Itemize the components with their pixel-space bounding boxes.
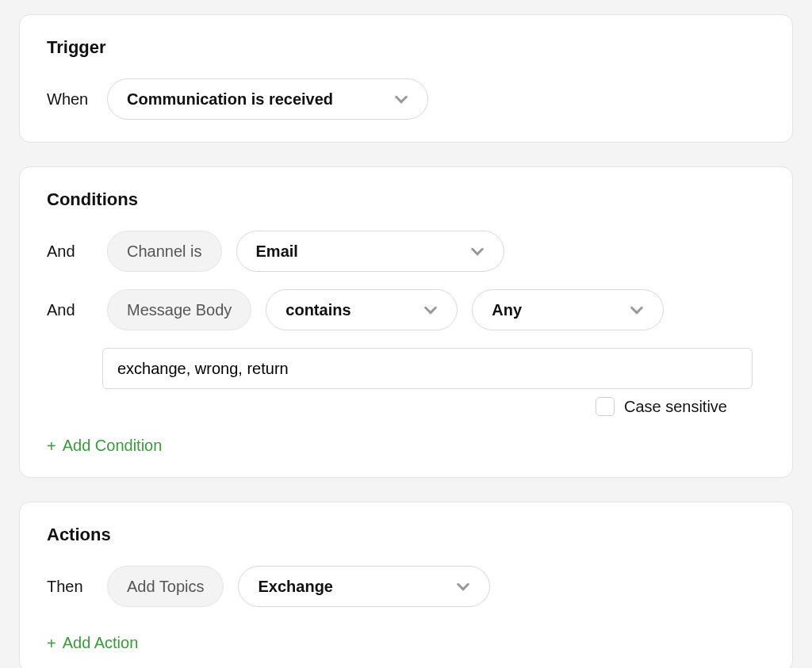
- channel-select[interactable]: Email: [236, 231, 504, 272]
- action-row: Then Add Topics Exchange: [47, 566, 765, 607]
- chevron-down-icon: [470, 247, 485, 256]
- then-label: Then: [47, 578, 93, 596]
- trigger-row: When Communication is received: [47, 78, 765, 120]
- action-tag-addtopics[interactable]: Add Topics: [107, 566, 224, 607]
- chevron-down-icon: [394, 95, 408, 104]
- chevron-down-icon: [423, 306, 438, 315]
- condition-tag-channel[interactable]: Channel is: [107, 231, 222, 272]
- trigger-select[interactable]: Communication is received: [107, 78, 428, 120]
- and-label: And: [47, 242, 93, 261]
- operator-select[interactable]: contains: [266, 289, 458, 330]
- trigger-select-value: Communication is received: [127, 90, 333, 109]
- conditions-card: Conditions And Channel is Email And Mess…: [19, 166, 793, 478]
- trigger-title: Trigger: [47, 37, 765, 58]
- conditions-title: Conditions: [47, 189, 765, 210]
- actions-title: Actions: [47, 525, 765, 545]
- case-sensitive-checkbox[interactable]: [596, 397, 615, 416]
- and-label: And: [47, 301, 93, 319]
- plus-icon: +: [47, 438, 56, 454]
- mode-select-value: Any: [492, 301, 522, 319]
- chevron-down-icon: [630, 306, 644, 315]
- keywords-input-row: [47, 348, 765, 389]
- when-label: When: [47, 90, 93, 109]
- plus-icon: +: [47, 636, 56, 651]
- topic-select[interactable]: Exchange: [238, 566, 490, 607]
- actions-card: Actions Then Add Topics Exchange + Add A…: [19, 502, 793, 668]
- chevron-down-icon: [456, 582, 470, 591]
- trigger-card: Trigger When Communication is received: [19, 14, 793, 143]
- operator-select-value: contains: [285, 301, 350, 319]
- add-action-button[interactable]: + Add Action: [47, 634, 138, 652]
- mode-select[interactable]: Any: [472, 289, 664, 330]
- add-condition-button[interactable]: + Add Condition: [47, 437, 162, 455]
- add-action-label: Add Action: [63, 634, 139, 652]
- case-sensitive-label: Case sensitive: [624, 398, 727, 416]
- channel-select-value: Email: [256, 242, 298, 261]
- topic-select-value: Exchange: [258, 578, 332, 596]
- condition-row: And Message Body contains Any: [47, 289, 765, 330]
- add-condition-label: Add Condition: [63, 437, 163, 455]
- condition-row: And Channel is Email: [47, 231, 765, 272]
- condition-tag-messagebody[interactable]: Message Body: [107, 289, 251, 330]
- keywords-input[interactable]: [102, 348, 753, 389]
- case-sensitive-row: Case sensitive: [47, 397, 727, 416]
